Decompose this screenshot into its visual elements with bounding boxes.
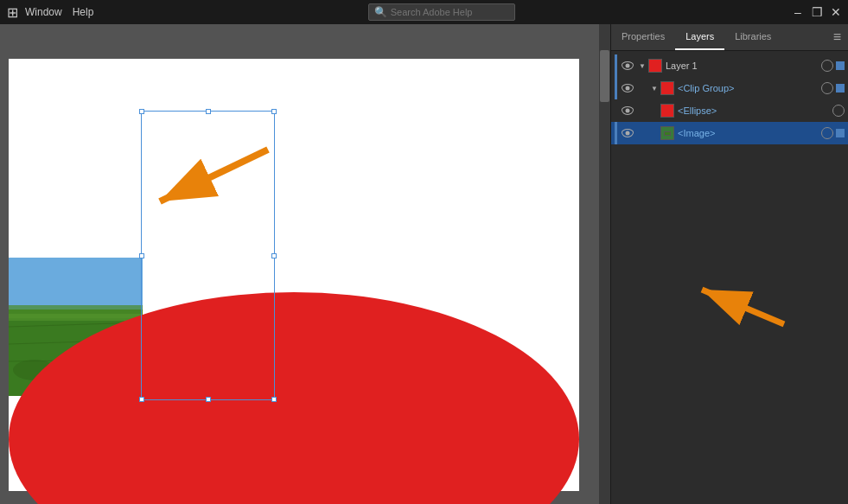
layers-panel: ▼ Layer 1 ▼ <Clip Group> [611,51,848,281]
layer-icons-layer1 [821,60,845,72]
layer-blue-bar [615,54,617,77]
eye-icon-ellipse[interactable] [619,102,636,119]
layer-thumb-image [660,126,674,140]
layer-thumb-clip [660,81,674,95]
menu-window[interactable]: Window [25,6,62,18]
panel-tabs: Properties Layers Libraries ≡ [611,24,848,51]
visibility-circle-clip[interactable] [821,82,833,94]
titlebar-menu: Window Help [25,6,93,18]
svg-line-13 [702,290,784,324]
close-button[interactable]: ✕ [827,3,845,21]
visibility-circle-layer1[interactable] [821,60,833,72]
layer-blue-bar-clip [615,77,617,99]
layer-label-ellipse: <Ellipse> [678,105,832,116]
layer-icons-ellipse [832,105,845,117]
layer-icons-clip [821,82,845,94]
canvas-scrollbar[interactable] [599,24,610,504]
restore-button[interactable]: ❒ [808,3,826,21]
eye-icon-clip[interactable] [619,80,636,97]
tab-properties[interactable]: Properties [611,24,675,50]
tab-libraries[interactable]: Libraries [724,24,781,50]
app-grid-icon[interactable]: ⊞ [7,4,18,21]
image-link[interactable]: <Image> [678,128,715,138]
color-square-image[interactable] [836,129,845,137]
expand-arrow-layer1[interactable]: ▼ [636,60,648,72]
titlebar: ⊞ Window Help 🔍 – ❒ ✕ [0,0,848,24]
layer-label-image: <Image> [678,128,821,138]
color-square-clip[interactable] [836,84,845,93]
no-bar-ellipse [615,99,617,122]
clip-group-link[interactable]: <Clip Group> [678,83,734,93]
search-icon: 🔍 [374,6,387,18]
expand-arrow-clip[interactable]: ▼ [648,82,660,94]
panel-tabs-items: Properties Layers Libraries [611,24,781,50]
search-box: 🔍 [368,3,515,21]
tab-layers[interactable]: Layers [675,24,724,50]
layer-row[interactable]: ▼ Layer 1 [611,54,848,77]
layer-row-image[interactable]: <Image> [611,122,848,144]
canvas-inner [0,24,599,504]
panel-annotation-area [611,281,848,504]
svg-point-9 [9,292,579,504]
panel-menu-icon[interactable]: ≡ [826,26,848,48]
layer-thumb-layer1 [648,59,662,73]
ellipse-link[interactable]: <Ellipse> [678,105,717,116]
visibility-circle-image[interactable] [821,127,833,139]
titlebar-center: 🔍 [368,3,515,21]
layer-label-layer1: Layer 1 [666,61,821,71]
eye-icon-layer1[interactable] [619,57,636,74]
layer-row-clip-group[interactable]: ▼ <Clip Group> [611,77,848,99]
layer-thumb-ellipse [660,104,674,118]
layer-row-ellipse[interactable]: <Ellipse> [611,99,848,122]
scrollbar-thumb[interactable] [600,50,609,102]
canvas-area[interactable] [0,24,610,504]
titlebar-right: – ❒ ✕ [789,3,848,21]
layer-icons-image [821,127,845,139]
menu-help[interactable]: Help [73,6,94,18]
right-panel: Properties Layers Libraries ≡ ▼ Layer 1 [610,24,848,504]
red-ellipse [0,266,588,504]
minimize-button[interactable]: – [789,3,807,21]
layer-blue-bar-image [615,122,617,144]
layer-label-clip: <Clip Group> [678,83,821,93]
eye-icon-image[interactable] [619,124,636,142]
panel-arrow-annotation [611,281,848,454]
color-square-layer1[interactable] [836,61,845,70]
main-layout: Properties Layers Libraries ≡ ▼ Layer 1 [0,24,848,504]
visibility-circle-ellipse[interactable] [832,105,845,117]
titlebar-left: ⊞ Window Help [0,4,93,21]
search-input[interactable] [391,7,510,17]
